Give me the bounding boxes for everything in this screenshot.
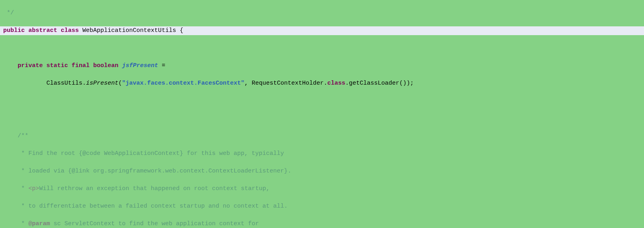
- code-line: private static final boolean jsfPresent …: [0, 61, 644, 70]
- javadoc: * to differentiate between a failed cont…: [18, 203, 288, 210]
- keyword: class: [327, 80, 345, 87]
- code-line: * to differentiate between a failed cont…: [0, 202, 644, 211]
- code-line: * loaded via {@link org.springframework.…: [0, 167, 644, 176]
- code-line-highlight: public abstract class WebApplicationCont…: [0, 26, 644, 35]
- field: jsfPresent: [122, 62, 158, 69]
- code-line: /**: [0, 132, 644, 141]
- javadoc: * loaded via {@link org.springframework.…: [18, 168, 291, 174]
- string: "javax.faces.context.FacesContext": [122, 80, 244, 87]
- brace: {: [176, 27, 183, 34]
- method: isPresent: [86, 80, 118, 87]
- javadoc: *: [18, 220, 28, 227]
- javadoc: sc ServletContext to find the web applic…: [50, 220, 259, 227]
- javadoc-tag: @param: [28, 220, 50, 227]
- keyword: boolean: [93, 62, 118, 69]
- code-line: [0, 97, 644, 105]
- text: (: [118, 80, 122, 87]
- code-block: */ public abstract class WebApplicationC…: [0, 0, 644, 228]
- keyword: public: [3, 27, 25, 34]
- keyword: class: [61, 27, 79, 34]
- text: .getClassLoader());: [345, 80, 414, 87]
- code-line: [0, 44, 644, 53]
- javadoc: * Find the root {@code WebApplicationCon…: [18, 150, 284, 157]
- code-line: [0, 114, 644, 123]
- code-line: */: [0, 9, 644, 18]
- text: , RequestContextHolder.: [244, 80, 327, 87]
- javadoc: Will rethrow an exception that happened …: [39, 185, 270, 192]
- code-line: * @param sc ServletContext to find the w…: [0, 220, 644, 228]
- text: ClassUtils.: [46, 80, 86, 87]
- javadoc: *: [18, 185, 28, 192]
- html-tag: <p>: [28, 185, 39, 192]
- javadoc: /**: [18, 133, 28, 139]
- keyword: final: [72, 62, 90, 69]
- code-line: ClassUtils.isPresent("javax.faces.contex…: [0, 79, 644, 88]
- code-line: * Find the root {@code WebApplicationCon…: [0, 149, 644, 158]
- keyword: abstract: [28, 27, 57, 34]
- code-line: * <p>Will rethrow an exception that happ…: [0, 184, 644, 193]
- class-name: WebApplicationContextUtils: [82, 27, 176, 34]
- comment: */: [3, 10, 14, 16]
- keyword: static: [46, 62, 68, 69]
- keyword: private: [18, 62, 43, 69]
- text: =: [158, 62, 165, 69]
